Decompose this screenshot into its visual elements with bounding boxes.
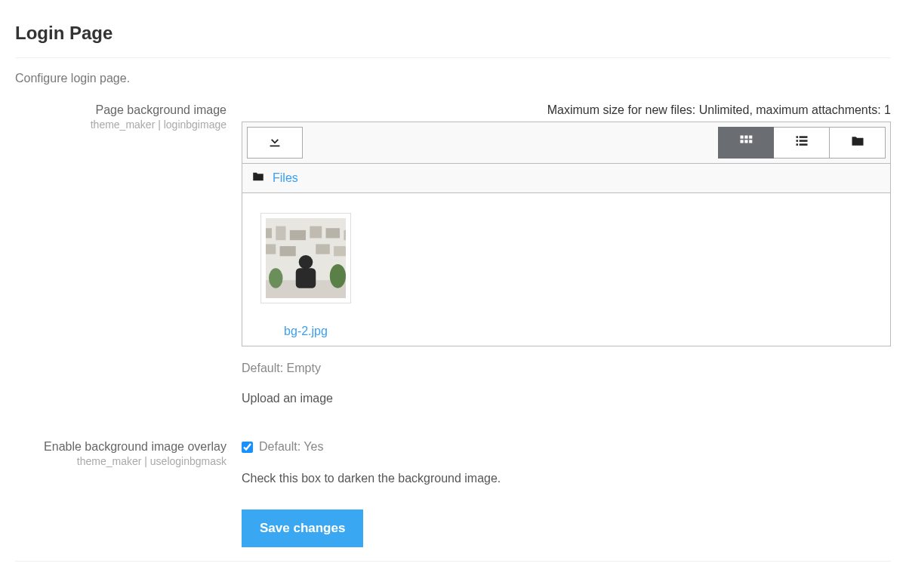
save-button[interactable]: Save changes	[242, 509, 363, 547]
folder-icon	[251, 170, 265, 186]
file-thumbnail	[260, 213, 351, 303]
svg-point-24	[299, 255, 313, 269]
setting-key: theme_maker | loginbgimage	[15, 119, 226, 131]
folder-icon	[850, 134, 865, 152]
svg-rect-11	[799, 143, 807, 146]
page-title: Login Page	[15, 0, 891, 58]
file-name: bg-2.jpg	[260, 325, 351, 338]
svg-rect-16	[290, 230, 306, 240]
default-value-text: Default: Empty	[242, 362, 891, 375]
svg-rect-19	[344, 230, 346, 240]
svg-rect-15	[276, 226, 285, 241]
view-tree-button[interactable]	[830, 127, 886, 159]
file-item[interactable]: bg-2.jpg	[260, 213, 351, 338]
max-size-text: Maximum size for new files: Unlimited, m…	[242, 103, 891, 122]
grid-icon	[738, 134, 753, 152]
help-text: Upload an image	[242, 392, 891, 405]
file-picker-files[interactable]: bg-2.jpg	[242, 193, 890, 346]
breadcrumb-files-link[interactable]: Files	[273, 171, 298, 185]
setting-bgimage: Page background image theme_maker | logi…	[15, 94, 891, 405]
svg-rect-23	[334, 246, 346, 256]
svg-rect-0	[741, 136, 744, 139]
setting-label: Enable background image overlay	[15, 440, 226, 454]
svg-rect-25	[296, 268, 316, 288]
setting-overlay: Enable background image overlay theme_ma…	[15, 440, 891, 547]
svg-rect-6	[796, 136, 798, 138]
svg-rect-2	[749, 136, 752, 139]
default-value-text: Default: Yes	[259, 440, 323, 454]
svg-rect-3	[741, 140, 744, 143]
svg-point-27	[330, 264, 346, 288]
svg-point-26	[269, 268, 283, 288]
add-file-button[interactable]	[247, 127, 303, 159]
svg-rect-20	[266, 244, 276, 254]
svg-rect-4	[744, 140, 747, 143]
file-picker: Files	[242, 122, 891, 346]
footer-divider	[15, 561, 891, 562]
list-icon	[794, 134, 809, 152]
svg-rect-21	[280, 246, 296, 256]
svg-rect-9	[799, 140, 807, 142]
svg-rect-5	[749, 140, 752, 143]
setting-label: Page background image	[15, 103, 226, 117]
svg-rect-10	[796, 143, 798, 146]
view-list-button[interactable]	[774, 127, 830, 159]
help-text: Check this box to darken the background …	[242, 472, 891, 485]
setting-key: theme_maker | useloginbgmask	[15, 455, 226, 467]
svg-rect-8	[796, 140, 798, 142]
file-picker-toolbar	[242, 122, 890, 164]
svg-rect-1	[744, 136, 747, 139]
view-icons-button[interactable]	[718, 127, 774, 159]
svg-rect-18	[326, 228, 341, 238]
svg-rect-14	[266, 228, 272, 238]
page-description: Configure login page.	[15, 58, 891, 94]
svg-rect-7	[799, 136, 807, 138]
download-icon	[267, 133, 283, 152]
overlay-checkbox[interactable]	[242, 442, 253, 453]
svg-rect-17	[310, 226, 322, 239]
svg-rect-22	[316, 244, 330, 254]
file-picker-breadcrumb: Files	[242, 164, 890, 193]
